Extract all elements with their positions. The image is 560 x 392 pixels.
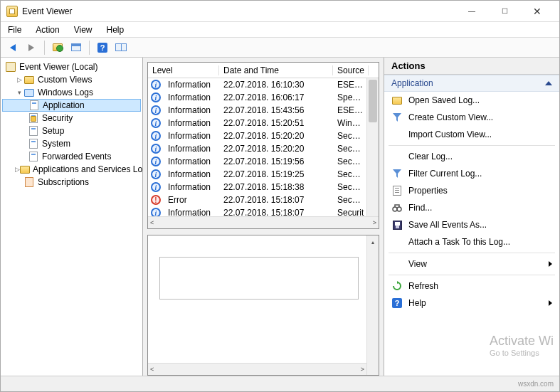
table-row[interactable]: iInformation22.07.2018. 16:10:30ESENT — [148, 78, 379, 91]
info-icon: i — [151, 92, 161, 102]
horizontal-scrollbar[interactable]: <> — [148, 216, 379, 228]
cell-source: Securit... — [333, 195, 369, 205]
table-row[interactable]: iInformation22.07.2018. 15:20:20Securit.… — [148, 129, 379, 142]
info-icon: i — [151, 208, 161, 216]
action-attach-task[interactable]: Attach a Task To this Log... — [384, 233, 559, 250]
close-button[interactable]: ✕ — [521, 1, 554, 22]
cell-datetime: 22.07.2018. 15:18:07 — [219, 195, 333, 205]
folder-icon — [20, 166, 30, 174]
event-grid: Level Date and Time Source iInformation2… — [147, 62, 379, 229]
action-label: Save All Events As... — [408, 220, 487, 230]
maximize-button[interactable]: ☐ — [488, 1, 521, 22]
cell-datetime: 22.07.2018. 15:18:38 — [219, 182, 333, 192]
caret-up-icon — [545, 81, 552, 85]
grid-header: Level Date and Time Source — [148, 63, 379, 78]
table-row[interactable]: iInformation22.07.2018. 15:20:51Windo... — [148, 117, 379, 129]
expander-icon[interactable]: ▷ — [15, 166, 20, 173]
toolbar-separator — [44, 41, 45, 55]
menu-help[interactable]: Help — [104, 23, 127, 36]
action-label: Open Saved Log... — [408, 95, 480, 105]
action-create-custom-view[interactable]: Create Custom View... — [384, 109, 559, 126]
separator — [389, 275, 555, 275]
expander-icon[interactable]: ▷ — [15, 76, 23, 83]
action-view-submenu[interactable]: View — [384, 255, 559, 272]
table-row[interactable]: iInformation22.07.2018. 15:43:56ESENT — [148, 104, 379, 117]
properties-icon — [393, 186, 401, 196]
tree-system[interactable]: System — [2, 137, 141, 150]
expander-icon[interactable]: ▾ — [15, 89, 23, 96]
open-log-button[interactable] — [50, 40, 65, 55]
action-open-saved-log[interactable]: Open Saved Log... — [384, 92, 559, 109]
blank-icon — [391, 151, 403, 162]
help-icon: ? — [392, 298, 402, 308]
separator — [389, 145, 555, 146]
table-row[interactable]: iInformation22.07.2018. 15:19:25Securit.… — [148, 168, 379, 181]
col-source[interactable]: Source — [333, 65, 369, 75]
svg-marker-1 — [393, 169, 401, 178]
actions-header[interactable]: Application — [384, 75, 559, 92]
info-icon: i — [151, 157, 161, 166]
action-import-custom-view[interactable]: Import Custom View... — [384, 126, 559, 143]
table-row[interactable]: iInformation22.07.2018. 15:20:20Securit.… — [148, 142, 379, 155]
cell-level: Information — [164, 118, 219, 128]
tree-root-label: Event Viewer (Local) — [19, 62, 98, 72]
tree-setup[interactable]: Setup — [2, 125, 141, 137]
table-row[interactable]: iInformation22.07.2018. 15:19:56Securit.… — [148, 155, 379, 168]
col-level[interactable]: Level — [148, 65, 219, 75]
vertical-scrollbar[interactable]: ▴ — [366, 235, 379, 375]
col-datetime[interactable]: Date and Time — [219, 65, 333, 75]
tree-apps-services[interactable]: ▷ Applications and Services Lo — [2, 163, 141, 176]
window-title: Event Viewer — [22, 6, 455, 16]
menu-action[interactable]: Action — [33, 23, 62, 36]
minimize-button[interactable]: — — [455, 1, 488, 22]
action-save-all-events[interactable]: Save All Events As... — [384, 216, 559, 233]
scrollbar-thumb[interactable] — [369, 80, 377, 122]
help-toolbar-button[interactable]: ? — [95, 40, 110, 55]
panes-toolbar-button[interactable] — [113, 40, 129, 55]
tree-security[interactable]: Security — [2, 112, 141, 125]
tree-subscriptions[interactable]: Subscriptions — [2, 176, 141, 189]
cell-source: Speech... — [333, 92, 369, 102]
action-filter-current-log[interactable]: Filter Current Log... — [384, 165, 559, 182]
action-label: Find... — [408, 203, 432, 213]
table-row[interactable]: !Error22.07.2018. 15:18:07Securit... — [148, 194, 379, 206]
tree-pane: Event Viewer (Local) ▷ Custom Views ▾ Wi… — [1, 58, 143, 376]
properties-toolbar-button[interactable] — [68, 40, 84, 55]
svg-marker-0 — [393, 113, 401, 122]
arrow-left-icon — [10, 44, 16, 51]
grid-body[interactable]: iInformation22.07.2018. 16:10:30ESENTiIn… — [148, 78, 379, 216]
action-refresh[interactable]: Refresh — [384, 277, 559, 295]
panes-icon — [115, 43, 127, 51]
vertical-scrollbar[interactable] — [366, 78, 379, 216]
mid-pane: Level Date and Time Source iInformation2… — [143, 58, 384, 376]
cell-datetime: 22.07.2018. 16:06:17 — [219, 92, 333, 102]
actions-title: Actions — [384, 58, 559, 75]
back-button[interactable] — [5, 40, 21, 55]
menu-file[interactable]: File — [5, 23, 24, 36]
tree-root[interactable]: Event Viewer (Local) — [2, 60, 141, 73]
action-properties[interactable]: Properties — [384, 182, 559, 199]
forward-button[interactable] — [23, 40, 39, 55]
action-clear-log[interactable]: Clear Log... — [384, 148, 559, 165]
table-row[interactable]: iInformation22.07.2018. 16:06:17Speech..… — [148, 91, 379, 104]
info-icon: i — [151, 144, 161, 154]
table-row[interactable]: iInformation22.07.2018. 15:18:07Securit — [148, 206, 379, 216]
tree-windows-logs[interactable]: ▾ Windows Logs — [2, 86, 141, 99]
tree-label: Application — [43, 100, 85, 110]
table-row[interactable]: iInformation22.07.2018. 15:18:38Securit.… — [148, 181, 379, 194]
tree-application[interactable]: Application — [2, 99, 141, 112]
tree-custom-views[interactable]: ▷ Custom Views — [2, 73, 141, 86]
menubar: File Action View Help — [1, 22, 559, 38]
tree-label: Applications and Services Lo — [33, 164, 142, 174]
log-security-icon — [29, 113, 38, 123]
cell-datetime: 22.07.2018. 15:20:51 — [219, 118, 333, 128]
tree-label: Subscriptions — [38, 177, 89, 187]
window-icon — [71, 43, 81, 51]
horizontal-scrollbar[interactable]: <> — [148, 363, 366, 375]
action-find[interactable]: Find... — [384, 199, 559, 216]
menu-view[interactable]: View — [71, 23, 95, 36]
separator — [389, 253, 555, 253]
app-icon — [6, 6, 18, 17]
action-help[interactable]: ? Help — [384, 295, 559, 312]
tree-forwarded[interactable]: Forwarded Events — [2, 150, 141, 163]
